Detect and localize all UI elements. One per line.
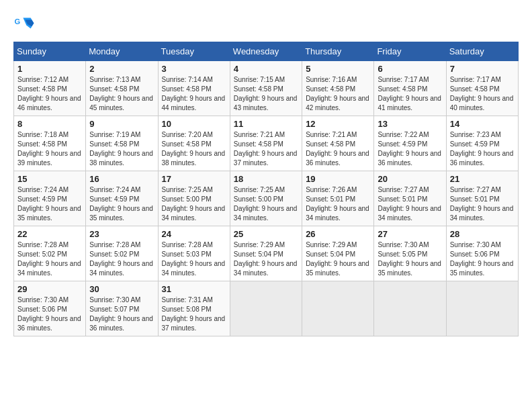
day-number: 30 xyxy=(89,284,154,294)
page-header: G xyxy=(13,13,519,35)
day-info: Sunrise: 7:22 AMSunset: 4:59 PMDaylight:… xyxy=(378,130,442,168)
day-info: Sunrise: 7:28 AMSunset: 5:03 PMDaylight:… xyxy=(162,240,226,278)
calendar-cell: 17 Sunrise: 7:25 AMSunset: 5:00 PMDaylig… xyxy=(158,171,230,226)
day-number: 22 xyxy=(17,229,82,239)
calendar-cell xyxy=(230,281,302,336)
day-info: Sunrise: 7:24 AMSunset: 4:59 PMDaylight:… xyxy=(89,185,154,223)
day-info: Sunrise: 7:28 AMSunset: 5:02 PMDaylight:… xyxy=(89,240,154,278)
day-header-monday: Monday xyxy=(86,42,158,61)
day-number: 4 xyxy=(234,64,298,74)
day-number: 15 xyxy=(17,174,82,184)
day-header-saturday: Saturday xyxy=(446,42,518,61)
week-row-2: 8 Sunrise: 7:18 AMSunset: 4:58 PMDayligh… xyxy=(14,116,519,171)
calendar-cell: 8 Sunrise: 7:18 AMSunset: 4:58 PMDayligh… xyxy=(14,116,86,171)
calendar-cell: 30 Sunrise: 7:30 AMSunset: 5:07 PMDaylig… xyxy=(86,281,158,336)
day-info: Sunrise: 7:30 AMSunset: 5:06 PMDaylight:… xyxy=(450,240,515,278)
day-number: 21 xyxy=(450,174,515,184)
week-row-4: 22 Sunrise: 7:28 AMSunset: 5:02 PMDaylig… xyxy=(14,226,519,281)
day-number: 20 xyxy=(378,174,442,184)
day-info: Sunrise: 7:30 AMSunset: 5:05 PMDaylight:… xyxy=(378,240,442,278)
day-info: Sunrise: 7:29 AMSunset: 5:04 PMDaylight:… xyxy=(234,240,298,278)
calendar-cell: 6 Sunrise: 7:17 AMSunset: 4:58 PMDayligh… xyxy=(374,61,446,116)
calendar-cell: 9 Sunrise: 7:19 AMSunset: 4:58 PMDayligh… xyxy=(86,116,158,171)
day-number: 12 xyxy=(306,119,370,129)
day-info: Sunrise: 7:17 AMSunset: 4:58 PMDaylight:… xyxy=(378,75,442,113)
day-info: Sunrise: 7:28 AMSunset: 5:02 PMDaylight:… xyxy=(17,240,82,278)
day-info: Sunrise: 7:23 AMSunset: 4:59 PMDaylight:… xyxy=(450,130,515,168)
day-number: 28 xyxy=(450,229,515,239)
calendar-cell: 13 Sunrise: 7:22 AMSunset: 4:59 PMDaylig… xyxy=(374,116,446,171)
day-number: 5 xyxy=(306,64,370,74)
calendar-cell: 12 Sunrise: 7:21 AMSunset: 4:58 PMDaylig… xyxy=(302,116,374,171)
calendar-cell: 29 Sunrise: 7:30 AMSunset: 5:06 PMDaylig… xyxy=(14,281,86,336)
day-info: Sunrise: 7:24 AMSunset: 4:59 PMDaylight:… xyxy=(17,185,82,223)
week-row-1: 1 Sunrise: 7:12 AMSunset: 4:58 PMDayligh… xyxy=(14,61,519,116)
calendar-cell: 10 Sunrise: 7:20 AMSunset: 4:58 PMDaylig… xyxy=(158,116,230,171)
day-number: 3 xyxy=(162,64,226,74)
day-info: Sunrise: 7:25 AMSunset: 5:00 PMDaylight:… xyxy=(162,185,226,223)
day-number: 23 xyxy=(89,229,154,239)
day-info: Sunrise: 7:31 AMSunset: 5:08 PMDaylight:… xyxy=(162,295,226,333)
day-number: 7 xyxy=(450,64,515,74)
day-header-wednesday: Wednesday xyxy=(230,42,302,61)
day-info: Sunrise: 7:14 AMSunset: 4:58 PMDaylight:… xyxy=(162,75,226,113)
day-number: 11 xyxy=(234,119,298,129)
day-info: Sunrise: 7:15 AMSunset: 4:58 PMDaylight:… xyxy=(234,75,298,113)
calendar-cell: 25 Sunrise: 7:29 AMSunset: 5:04 PMDaylig… xyxy=(230,226,302,281)
calendar-cell: 1 Sunrise: 7:12 AMSunset: 4:58 PMDayligh… xyxy=(14,61,86,116)
day-number: 2 xyxy=(89,64,154,74)
week-row-3: 15 Sunrise: 7:24 AMSunset: 4:59 PMDaylig… xyxy=(14,171,519,226)
day-number: 18 xyxy=(234,174,298,184)
week-row-5: 29 Sunrise: 7:30 AMSunset: 5:06 PMDaylig… xyxy=(14,281,519,336)
calendar-cell: 27 Sunrise: 7:30 AMSunset: 5:05 PMDaylig… xyxy=(374,226,446,281)
calendar-cell: 23 Sunrise: 7:28 AMSunset: 5:02 PMDaylig… xyxy=(86,226,158,281)
day-number: 17 xyxy=(162,174,226,184)
day-info: Sunrise: 7:19 AMSunset: 4:58 PMDaylight:… xyxy=(89,130,154,168)
calendar-cell: 31 Sunrise: 7:31 AMSunset: 5:08 PMDaylig… xyxy=(158,281,230,336)
day-number: 6 xyxy=(378,64,442,74)
day-info: Sunrise: 7:26 AMSunset: 5:01 PMDaylight:… xyxy=(306,185,370,223)
day-info: Sunrise: 7:16 AMSunset: 4:58 PMDaylight:… xyxy=(306,75,370,113)
day-info: Sunrise: 7:27 AMSunset: 5:01 PMDaylight:… xyxy=(450,185,515,223)
day-info: Sunrise: 7:13 AMSunset: 4:58 PMDaylight:… xyxy=(89,75,154,113)
calendar-cell xyxy=(374,281,446,336)
calendar-cell: 19 Sunrise: 7:26 AMSunset: 5:01 PMDaylig… xyxy=(302,171,374,226)
svg-text:G: G xyxy=(15,17,21,26)
day-info: Sunrise: 7:27 AMSunset: 5:01 PMDaylight:… xyxy=(378,185,442,223)
day-number: 10 xyxy=(162,119,226,129)
day-info: Sunrise: 7:18 AMSunset: 4:58 PMDaylight:… xyxy=(17,130,82,168)
calendar-body: 1 Sunrise: 7:12 AMSunset: 4:58 PMDayligh… xyxy=(14,61,519,336)
day-header-thursday: Thursday xyxy=(302,42,374,61)
calendar-cell: 28 Sunrise: 7:30 AMSunset: 5:06 PMDaylig… xyxy=(446,226,518,281)
day-header-friday: Friday xyxy=(374,42,446,61)
calendar-cell: 15 Sunrise: 7:24 AMSunset: 4:59 PMDaylig… xyxy=(14,171,86,226)
day-number: 13 xyxy=(378,119,442,129)
day-info: Sunrise: 7:20 AMSunset: 4:58 PMDaylight:… xyxy=(162,130,226,168)
calendar-cell: 5 Sunrise: 7:16 AMSunset: 4:58 PMDayligh… xyxy=(302,61,374,116)
day-number: 27 xyxy=(378,229,442,239)
day-header-tuesday: Tuesday xyxy=(158,42,230,61)
day-number: 29 xyxy=(17,284,82,294)
day-header-sunday: Sunday xyxy=(14,42,86,61)
calendar-cell: 20 Sunrise: 7:27 AMSunset: 5:01 PMDaylig… xyxy=(374,171,446,226)
calendar-header-row: SundayMondayTuesdayWednesdayThursdayFrid… xyxy=(14,42,519,61)
day-number: 19 xyxy=(306,174,370,184)
day-number: 8 xyxy=(17,119,82,129)
day-number: 1 xyxy=(17,64,82,74)
day-number: 9 xyxy=(89,119,154,129)
day-info: Sunrise: 7:17 AMSunset: 4:58 PMDaylight:… xyxy=(450,75,515,113)
day-info: Sunrise: 7:29 AMSunset: 5:04 PMDaylight:… xyxy=(306,240,370,278)
day-number: 31 xyxy=(162,284,226,294)
day-info: Sunrise: 7:12 AMSunset: 4:58 PMDaylight:… xyxy=(17,75,82,113)
calendar-table: SundayMondayTuesdayWednesdayThursdayFrid… xyxy=(13,42,519,336)
calendar-cell xyxy=(302,281,374,336)
calendar-cell: 21 Sunrise: 7:27 AMSunset: 5:01 PMDaylig… xyxy=(446,171,518,226)
day-info: Sunrise: 7:25 AMSunset: 5:00 PMDaylight:… xyxy=(234,185,298,223)
calendar-cell: 26 Sunrise: 7:29 AMSunset: 5:04 PMDaylig… xyxy=(302,226,374,281)
calendar-cell: 18 Sunrise: 7:25 AMSunset: 5:00 PMDaylig… xyxy=(230,171,302,226)
logo-icon: G xyxy=(13,13,35,35)
day-info: Sunrise: 7:21 AMSunset: 4:58 PMDaylight:… xyxy=(306,130,370,168)
calendar-cell: 22 Sunrise: 7:28 AMSunset: 5:02 PMDaylig… xyxy=(14,226,86,281)
calendar-cell: 16 Sunrise: 7:24 AMSunset: 4:59 PMDaylig… xyxy=(86,171,158,226)
day-info: Sunrise: 7:30 AMSunset: 5:06 PMDaylight:… xyxy=(17,295,82,333)
